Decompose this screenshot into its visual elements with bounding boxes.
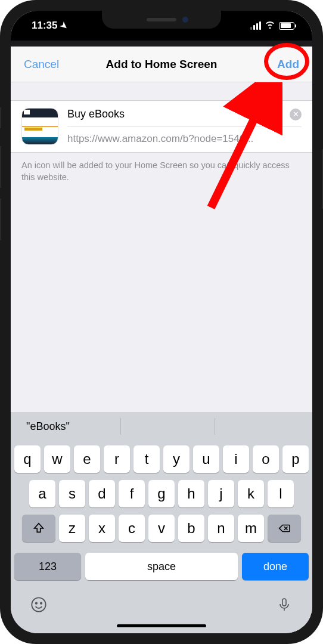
notch bbox=[102, 11, 221, 29]
key-n[interactable]: n bbox=[208, 515, 234, 542]
key-u[interactable]: u bbox=[193, 445, 219, 473]
key-g[interactable]: g bbox=[148, 480, 175, 507]
key-m[interactable]: m bbox=[238, 515, 264, 542]
battery-icon bbox=[279, 22, 294, 30]
suggestion-3[interactable] bbox=[215, 412, 310, 441]
svg-point-1 bbox=[32, 597, 45, 611]
svg-rect-4 bbox=[282, 599, 286, 606]
cancel-button[interactable]: Cancel bbox=[24, 58, 59, 71]
numbers-key[interactable]: 123 bbox=[14, 553, 81, 580]
background-strip bbox=[11, 41, 312, 47]
bookmark-name-input[interactable]: Buy eBooks bbox=[67, 108, 290, 120]
key-w[interactable]: w bbox=[44, 445, 70, 473]
suggestion-2[interactable] bbox=[121, 412, 216, 441]
location-icon: ➤ bbox=[59, 20, 70, 32]
key-row-1: q w e r t y u i o p bbox=[14, 445, 309, 473]
suggestion-1[interactable]: "eBooks" bbox=[13, 412, 121, 441]
clear-icon[interactable]: ✕ bbox=[290, 109, 302, 120]
suggestion-bar: "eBooks" bbox=[11, 412, 312, 441]
wifi-icon bbox=[265, 20, 275, 32]
key-c[interactable]: c bbox=[119, 515, 145, 542]
key-l[interactable]: l bbox=[268, 480, 294, 507]
key-r[interactable]: r bbox=[104, 445, 130, 473]
bookmark-form: Buy eBooks ✕ https://www.amazon.com/b?no… bbox=[11, 100, 312, 153]
key-o[interactable]: o bbox=[253, 445, 279, 473]
microphone-icon[interactable] bbox=[275, 596, 293, 614]
key-t[interactable]: t bbox=[133, 445, 160, 473]
key-h[interactable]: h bbox=[178, 480, 204, 507]
keyboard-footer bbox=[11, 586, 312, 620]
emoji-icon[interactable] bbox=[30, 596, 48, 614]
key-i[interactable]: i bbox=[223, 445, 249, 473]
bookmark-url: https://www.amazon.com/b?node=1546... bbox=[67, 127, 302, 145]
key-row-2: a s d f g h j k l bbox=[14, 480, 309, 507]
key-p[interactable]: p bbox=[282, 445, 309, 473]
phone-frame: 11:35 ➤ Cancel Add to Home Screen Add bbox=[0, 0, 323, 644]
key-q[interactable]: q bbox=[14, 445, 41, 473]
keyboard: "eBooks" q w e r t y u i o p a bbox=[11, 412, 312, 633]
key-row-3: z x c v b n m bbox=[14, 515, 309, 542]
key-row-bottom: 123 space done bbox=[11, 553, 312, 586]
key-d[interactable]: d bbox=[89, 480, 115, 507]
sheet-title: Add to Home Screen bbox=[106, 58, 218, 71]
status-time: 11:35 bbox=[32, 20, 57, 32]
done-key[interactable]: done bbox=[242, 553, 309, 580]
key-a[interactable]: a bbox=[29, 480, 55, 507]
key-b[interactable]: b bbox=[178, 515, 204, 542]
key-s[interactable]: s bbox=[59, 480, 85, 507]
home-indicator[interactable] bbox=[117, 624, 206, 627]
left-side-buttons bbox=[0, 107, 1, 251]
key-k[interactable]: k bbox=[238, 480, 264, 507]
screen: 11:35 ➤ Cancel Add to Home Screen Add bbox=[11, 11, 312, 633]
key-y[interactable]: y bbox=[163, 445, 190, 473]
key-v[interactable]: v bbox=[148, 515, 175, 542]
add-button[interactable]: Add bbox=[277, 58, 299, 71]
key-f[interactable]: f bbox=[119, 480, 145, 507]
backspace-key[interactable] bbox=[268, 515, 301, 542]
svg-point-3 bbox=[41, 603, 42, 604]
sheet-header: Cancel Add to Home Screen Add bbox=[11, 47, 312, 82]
helper-text: An icon will be added to your Home Scree… bbox=[11, 153, 312, 190]
signal-icon bbox=[250, 21, 261, 30]
key-j[interactable]: j bbox=[208, 480, 234, 507]
svg-point-2 bbox=[36, 603, 37, 604]
key-e[interactable]: e bbox=[74, 445, 100, 473]
shift-key[interactable] bbox=[22, 515, 55, 542]
key-x[interactable]: x bbox=[89, 515, 115, 542]
site-icon bbox=[21, 108, 58, 145]
space-key[interactable]: space bbox=[85, 553, 238, 580]
key-z[interactable]: z bbox=[59, 515, 85, 542]
